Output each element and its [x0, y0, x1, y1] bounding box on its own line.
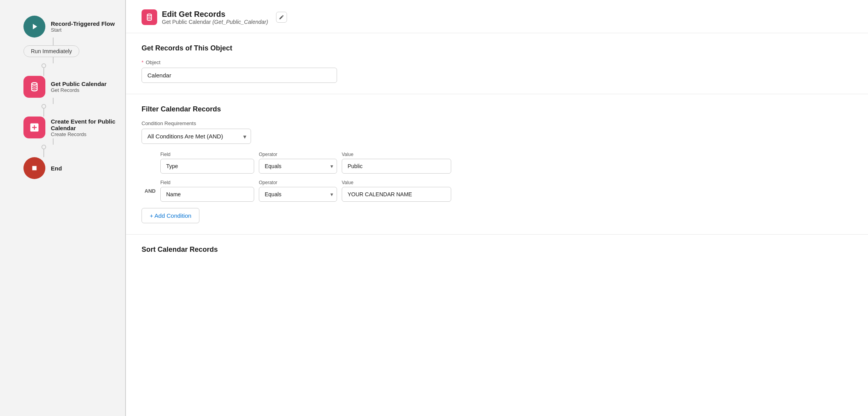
sort-section-title: Sort Calendar Records	[142, 246, 852, 254]
operator-label-2: Operator	[259, 180, 337, 185]
end-icon	[23, 157, 45, 179]
field-label-2: Field	[160, 180, 254, 185]
end-title: End	[51, 165, 62, 172]
database-icon	[29, 81, 40, 92]
sort-section: Sort Calendar Records	[126, 235, 868, 266]
connector-3	[34, 98, 54, 117]
condition-req-label: Condition Requirements	[142, 120, 852, 126]
edit-header-icon	[142, 9, 157, 25]
get-calendar-subtitle: Get Records	[51, 87, 107, 93]
stop-icon	[30, 164, 39, 172]
operator-select-2[interactable]: Equals Does Not Equal Contains	[259, 187, 337, 202]
end-label: End	[51, 165, 62, 172]
field-label-1: Field	[160, 152, 254, 157]
condition-fields-1: Field Operator Equals Does Not Equal Con…	[160, 152, 852, 174]
create-event-subtitle: Create Records	[51, 131, 117, 137]
start-label: Record-Triggered Flow Start	[51, 20, 115, 33]
conditions-area: Field Operator Equals Does Not Equal Con…	[142, 152, 852, 202]
required-star: *	[142, 59, 143, 65]
and-label-2: AND	[142, 188, 156, 194]
condition-fields-2: Field Operator Equals Does Not Equal Con…	[160, 180, 852, 202]
value-label-1: Value	[342, 152, 451, 157]
create-event-node[interactable]: Create Event for Public Calendar Create …	[23, 117, 117, 138]
operator-label-1: Operator	[259, 152, 337, 157]
value-group-2: Value	[342, 180, 451, 202]
value-group-1: Value	[342, 152, 451, 174]
operator-group-2: Operator Equals Does Not Equal Contains …	[259, 180, 337, 202]
small-circle-1	[41, 63, 46, 68]
start-subtitle: Start	[51, 27, 115, 33]
run-immediately-pill[interactable]: Run Immediately	[23, 45, 79, 57]
get-records-section-title: Get Records of This Object	[142, 44, 852, 52]
edit-title: Edit Get Records	[162, 10, 268, 19]
play-icon	[30, 22, 39, 31]
field-input-1[interactable]	[160, 159, 254, 174]
operator-select-1[interactable]: Equals Does Not Equal Contains	[259, 159, 337, 174]
create-event-label: Create Event for Public Calendar Create …	[51, 118, 117, 137]
operator-select-wrapper-2: Equals Does Not Equal Contains ▾	[259, 187, 337, 202]
edit-subtitle: Get Public Calendar (Get_Public_Calendar…	[162, 19, 268, 25]
edit-header-text: Edit Get Records Get Public Calendar (Ge…	[162, 10, 268, 25]
condition-req-select[interactable]: All Conditions Are Met (AND) Any Conditi…	[142, 129, 251, 144]
get-calendar-label: Get Public Calendar Get Records	[51, 81, 107, 93]
start-icon	[23, 16, 45, 38]
small-circle-3	[41, 145, 46, 149]
get-calendar-title: Get Public Calendar	[51, 81, 107, 87]
get-records-header-icon	[145, 13, 154, 22]
value-input-1[interactable]	[342, 159, 451, 174]
create-event-title: Create Event for Public Calendar	[51, 118, 117, 131]
filter-section-title: Filter Calendar Records	[142, 105, 852, 113]
start-title: Record-Triggered Flow	[51, 20, 115, 27]
field-group-1: Field	[160, 152, 254, 174]
field-group-2: Field	[160, 180, 254, 202]
connector-4	[34, 138, 54, 157]
object-field-label: * Object	[142, 59, 852, 65]
flow-container: Record-Triggered Flow Start Run Immediat…	[16, 16, 117, 179]
connector-2	[34, 57, 54, 76]
get-records-section: Get Records of This Object * Object	[126, 33, 868, 94]
small-circle-2	[41, 104, 46, 109]
end-node: End	[23, 157, 62, 179]
run-immediately-wrapper[interactable]: Run Immediately	[23, 45, 79, 57]
get-public-calendar-node[interactable]: Get Public Calendar Get Records	[23, 76, 107, 98]
edit-header: Edit Get Records Get Public Calendar (Ge…	[126, 0, 868, 33]
add-condition-button[interactable]: + Add Condition	[142, 208, 199, 223]
connector-1	[34, 38, 54, 45]
condition-row-1: Field Operator Equals Does Not Equal Con…	[142, 152, 852, 174]
value-label-2: Value	[342, 180, 451, 185]
create-records-icon	[23, 117, 45, 138]
field-input-2[interactable]	[160, 187, 254, 202]
add-condition-label: + Add Condition	[150, 212, 191, 219]
object-input[interactable]	[142, 68, 337, 83]
right-panel: Edit Get Records Get Public Calendar (Ge…	[126, 0, 868, 416]
plus-icon	[29, 122, 40, 133]
edit-subtitle-name: Get Public Calendar	[162, 19, 212, 25]
value-input-2[interactable]	[342, 187, 451, 202]
pencil-icon	[279, 14, 284, 20]
edit-subtitle-italic: (Get_Public_Calendar)	[212, 19, 268, 25]
operator-group-1: Operator Equals Does Not Equal Contains …	[259, 152, 337, 174]
get-records-icon	[23, 76, 45, 98]
left-panel: Record-Triggered Flow Start Run Immediat…	[0, 0, 125, 416]
operator-select-wrapper-1: Equals Does Not Equal Contains ▾	[259, 159, 337, 174]
edit-pencil-button[interactable]	[276, 12, 287, 23]
filter-section: Filter Calendar Records Condition Requir…	[126, 94, 868, 235]
object-label-text: Object	[146, 59, 161, 65]
condition-req-select-wrapper: All Conditions Are Met (AND) Any Conditi…	[142, 129, 251, 144]
edit-header-top: Edit Get Records Get Public Calendar (Ge…	[142, 9, 852, 25]
start-node: Record-Triggered Flow Start	[23, 16, 115, 38]
condition-row-2: AND Field Operator Equals Does Not Equal…	[142, 180, 852, 202]
